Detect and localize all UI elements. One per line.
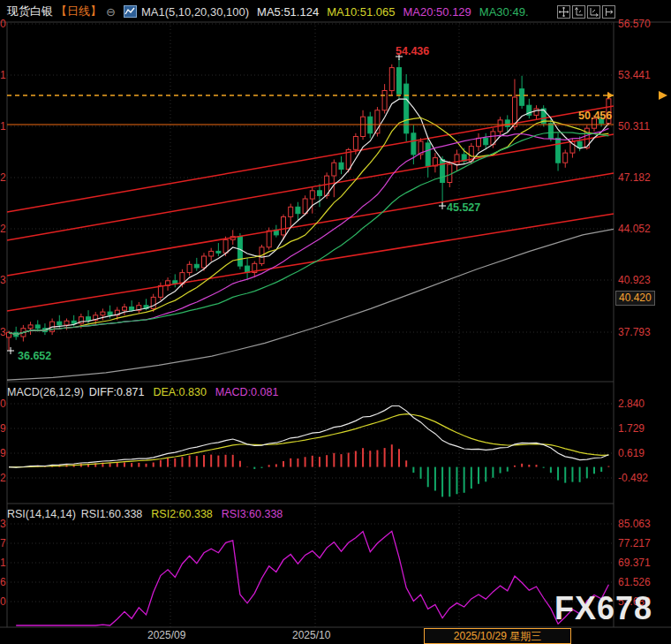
price-tick: 85.063 [618,518,651,530]
clipped-axis-digit: 3 [0,518,6,530]
price-tick: 2.840 [618,398,645,410]
date-tick: 2025/09 [147,629,185,641]
clipped-axis-digit: 3 [0,326,6,338]
date-highlight: 2025/10/29 星期三 [424,628,571,644]
price-tick: -0.492 [618,472,648,484]
ma5-value: MA5:51.124 [257,5,319,19]
date-tick: 2025/10 [292,629,330,641]
rsi3-value: RSI3:60.338 [222,508,283,520]
price-tick: 37.793 [618,326,651,338]
trading-chart-app: 现货白银 【日线】 ⊖ MA1(5,10,20,30,100) MA5:51.1… [0,0,671,644]
clipped-axis-digit: 6 [0,576,6,588]
price-tick: 77.217 [618,537,651,549]
rsi-header: RSI(14,14,14) RSI1:60.338 RSI2:60.338 RS… [7,507,283,521]
clipped-axis-digit: 1 [0,120,6,133]
collapse-icon[interactable]: ⊖ [106,5,116,19]
macd-title: MACD(26,12,9) [7,386,84,398]
clipped-axis-digit: 9 [0,447,6,459]
clipped-axis-digit: 2 [0,223,6,235]
rsi1-value: RSI1:60.338 [81,508,143,520]
macd-macd-value: MACD:0.081 [215,386,279,398]
kline-chart-icon [124,5,137,18]
price-tick: 47.182 [618,171,651,184]
chart-toolbar [557,5,615,19]
start-low-price-label: 36.652 [18,350,51,362]
symbol-title: 现货白银 [7,4,53,19]
highlighted-price-tick: 40.420 [615,291,655,306]
clipped-axis-digit: 2 [0,472,6,484]
price-tick: 69.371 [618,557,651,569]
price-tick: 50.311 [618,120,650,133]
x-scale-icon[interactable] [587,5,600,19]
price-tick: 61.526 [618,576,651,588]
price-tick: 53.441 [618,69,651,81]
macd-header: MACD(26,12,9) DIFF:0.871 DEA:0.830 MACD:… [7,385,278,399]
ma-group-label: MA1(5,10,20,30,100) [141,5,249,19]
clipped-axis-digit: 7 [0,537,6,549]
clipped-axis-digit: 1 [0,69,6,81]
clipped-axis-digit: 0 [0,18,6,30]
period-label: 【日线】 [56,4,102,19]
macd-dea-value: DEA:0.830 [153,386,206,398]
chart-header: 现货白银 【日线】 ⊖ MA1(5,10,20,30,100) MA5:51.1… [7,4,529,19]
clipped-axis-digit: 0 [0,398,6,410]
high-price-label: 54.436 [396,45,429,57]
rsi2-value: RSI2:60.338 [151,508,213,520]
price-tick: 0.619 [618,447,645,459]
date-highlight-label: 2025/10/29 星期三 [454,629,541,644]
candles [7,59,611,351]
current-price-label: 50.456 [578,110,612,122]
watermark: FX678 [554,590,652,627]
shift-icon[interactable] [602,5,615,19]
ma30-value: MA30:49. [479,5,529,19]
clipped-axis-digit: 3 [0,274,6,286]
y-scale-icon[interactable] [572,5,585,19]
clipped-axis-digit: 2 [0,171,6,184]
chart-canvas[interactable] [0,0,671,644]
rsi-title: RSI(14,14,14) [7,508,76,520]
clipped-axis-digit: 9 [0,422,6,435]
price-tick: 1.729 [618,422,645,435]
pan-icon[interactable] [557,5,570,19]
clipped-axis-digit: 0 [0,595,6,608]
ma10-value: MA10:51.065 [327,5,395,19]
macd-diff-value: DIFF:0.871 [89,386,145,398]
low-price-label: 45.527 [447,201,480,214]
price-tick: 56.570 [618,18,651,30]
ma20-value: MA20:50.129 [403,5,471,19]
price-tick: 40.923 [618,274,651,286]
price-tick: 44.052 [618,223,651,235]
clipped-axis-digit: 1 [0,557,6,569]
